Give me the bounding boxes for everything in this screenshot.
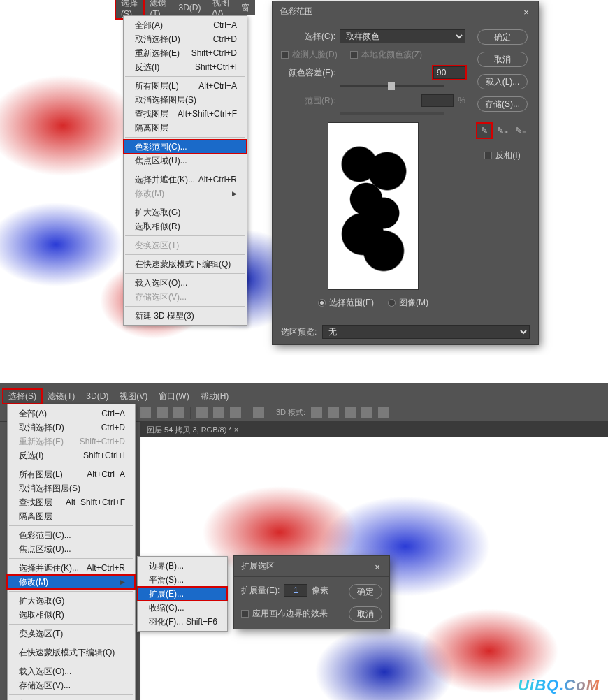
submenu-item-feather[interactable]: 羽化(F)...Shift+F6 — [138, 615, 227, 629]
menu-item-focus-area[interactable]: 焦点区域(U)... — [8, 542, 135, 556]
menu-item-focus-area[interactable]: 焦点区域(U)... — [124, 154, 247, 168]
menu-select[interactable]: 选择(S) — [3, 389, 42, 404]
document-tab[interactable]: 图层 54 拷贝 3, RGB/8) * × — [140, 422, 608, 437]
menu-separator — [9, 694, 133, 695]
menu-separator — [125, 203, 245, 203]
menu-item-isolate-layers[interactable]: 隔离图层 — [8, 509, 135, 523]
menu-item-find-layers[interactable]: 查找图层Alt+Shift+Ctrl+F — [8, 495, 135, 509]
preview-thumbnail[interactable] — [328, 122, 419, 290]
expand-amount-input[interactable] — [284, 584, 307, 597]
menu-separator — [9, 643, 133, 643]
menu-item-modify[interactable]: 修改(M) — [8, 575, 135, 589]
toolbar-icon[interactable] — [378, 407, 389, 418]
menu-separator — [125, 76, 245, 77]
menu-filter[interactable]: 滤镜(T) — [42, 389, 80, 404]
menu-item-all-layers[interactable]: 所有图层(L)Alt+Ctrl+A — [124, 79, 247, 93]
radio-image[interactable]: 图像(M) — [388, 297, 428, 309]
menu-item-similar[interactable]: 选取相似(R) — [124, 219, 247, 233]
submenu-item-border[interactable]: 边界(B)... — [138, 559, 227, 573]
dialog-titlebar[interactable]: 扩展选区 × — [234, 556, 389, 577]
menu-item-all[interactable]: 全部(A)Ctrl+A — [8, 407, 135, 421]
toolbar-icon[interactable] — [311, 407, 322, 418]
ok-button[interactable]: 确定 — [477, 29, 528, 45]
menu-item-select-mask[interactable]: 选择并遮住(K)...Alt+Ctrl+R — [124, 173, 247, 187]
eyedropper-subtract-icon[interactable]: ✎₋ — [513, 123, 528, 138]
menu-item-modify[interactable]: 修改(M) — [124, 187, 247, 200]
menu-item-deselect-layers[interactable]: 取消选择图层(S) — [124, 93, 247, 107]
menu-3d[interactable]: 3D(D) — [173, 3, 207, 13]
selection-preview-dropdown[interactable]: 无 — [322, 325, 530, 339]
ok-button[interactable]: 确定 — [349, 584, 382, 599]
expand-amount-label: 扩展量(E): — [241, 585, 280, 597]
menu-item-reselect[interactable]: 重新选择(E)Shift+Ctrl+D — [8, 435, 135, 449]
menu-item-transform-selection[interactable]: 变换选区(T) — [8, 627, 135, 641]
menu-item-new-3d[interactable]: 新建 3D 模型(3) — [8, 697, 135, 700]
close-icon[interactable]: × — [521, 7, 531, 17]
apply-canvas-checkbox[interactable]: 应用画布边界的效果 — [241, 608, 328, 620]
load-button[interactable]: 载入(L)... — [477, 74, 528, 89]
select-dropdown[interactable]: 取样颜色 — [340, 29, 465, 43]
toolbar-icon[interactable] — [253, 407, 264, 418]
menu-item-transform-selection[interactable]: 变换选区(T) — [124, 238, 247, 252]
fuzziness-slider[interactable] — [340, 85, 444, 87]
toolbar-icon[interactable] — [328, 407, 339, 418]
submenu-item-contract[interactable]: 收缩(C)... — [138, 601, 227, 615]
menu-item-all-layers[interactable]: 所有图层(L)Alt+Ctrl+A — [8, 467, 135, 481]
cancel-button[interactable]: 取消 — [477, 52, 528, 67]
menu-item-save-selection[interactable]: 存储选区(V)... — [124, 290, 247, 304]
menu-item-color-range[interactable]: 色彩范围(C)... — [8, 528, 135, 542]
screenshot-modify-expand: 选择(S) 滤镜(T) 3D(D) 视图(V) 窗口(W) 帮助(H) 3D 模… — [0, 383, 608, 700]
menu-item-deselect[interactable]: 取消选择(D)Ctrl+D — [8, 421, 135, 435]
menu-item-find-layers[interactable]: 查找图层Alt+Shift+Ctrl+F — [124, 107, 247, 121]
menu-item-grow[interactable]: 扩大选取(G) — [124, 205, 247, 219]
toolbar-icon[interactable] — [345, 407, 356, 418]
menu-item-save-selection[interactable]: 存储选区(V)... — [8, 678, 135, 692]
submenu-item-expand[interactable]: 扩展(E)... — [138, 587, 227, 601]
menu-item-all[interactable]: 全部(A)Ctrl+A — [124, 18, 247, 32]
toolbar-icon[interactable] — [157, 407, 168, 418]
toolbar-icon[interactable] — [213, 407, 224, 418]
menu-item-isolate-layers[interactable]: 隔离图层 — [124, 121, 247, 135]
dialog-titlebar[interactable]: 色彩范围 × — [273, 1, 538, 22]
toolbar-separator — [270, 407, 270, 419]
save-button[interactable]: 存储(S)... — [477, 96, 528, 112]
menu-item-similar[interactable]: 选取相似(R) — [8, 608, 135, 622]
detect-faces-checkbox: 检测人脸(D) — [281, 49, 338, 61]
menu-view[interactable]: 视图(V) — [114, 389, 153, 404]
menu-item-inverse[interactable]: 反选(I)Shift+Ctrl+I — [8, 449, 135, 462]
eyedropper-icon[interactable]: ✎ — [477, 123, 492, 138]
menu-item-quick-mask[interactable]: 在快速蒙版模式下编辑(Q) — [124, 257, 247, 271]
menu-item-deselect-layers[interactable]: 取消选择图层(S) — [8, 481, 135, 495]
radio-selection[interactable]: 选择范围(E) — [318, 297, 374, 309]
toolbar-icon[interactable] — [196, 407, 208, 418]
localized-checkbox[interactable]: 本地化颜色簇(Z) — [350, 49, 422, 61]
cancel-button[interactable]: 取消 — [349, 606, 382, 622]
toolbar-icon[interactable] — [230, 407, 241, 418]
menu-help[interactable]: 帮助(H) — [195, 389, 235, 404]
invert-checkbox[interactable]: 反相(I) — [484, 150, 520, 161]
dialog-title: 扩展选区 — [241, 560, 275, 572]
toolbar-separator — [190, 407, 191, 419]
menu-window[interactable]: 窗口(W) — [153, 389, 194, 404]
submenu-item-smooth[interactable]: 平滑(S)... — [138, 573, 227, 587]
menu-item-color-range[interactable]: 色彩范围(C)... — [124, 140, 247, 154]
menu-item-select-mask[interactable]: 选择并遮住(K)...Alt+Ctrl+R — [8, 561, 135, 575]
menu-item-reselect[interactable]: 重新选择(E)Shift+Ctrl+D — [124, 46, 247, 60]
toolbar-icon[interactable] — [140, 407, 151, 418]
toolbar-icon[interactable] — [173, 407, 184, 418]
menu-item-deselect[interactable]: 取消选择(D)Ctrl+D — [124, 32, 247, 46]
close-icon[interactable]: × — [372, 562, 382, 571]
app-menubar: 选择(S) 滤镜(T) 3D(D) 视图(V) 窗 — [115, 0, 255, 15]
menu-item-load-selection[interactable]: 载入选区(O)... — [8, 664, 135, 678]
menu-item-inverse[interactable]: 反选(I)Shift+Ctrl+I — [124, 60, 247, 74]
menu-3d[interactable]: 3D(D) — [80, 390, 114, 402]
menu-item-quick-mask[interactable]: 在快速蒙版模式下编辑(Q) — [8, 646, 135, 659]
fuzziness-input[interactable] — [433, 66, 465, 79]
toolbar-icon[interactable] — [361, 407, 372, 418]
fuzziness-label: 颜色容差(F): — [281, 67, 335, 79]
eyedropper-add-icon[interactable]: ✎₊ — [495, 123, 510, 138]
menu-item-new-3d[interactable]: 新建 3D 模型(3) — [124, 309, 247, 323]
menu-item-grow[interactable]: 扩大选取(G) — [8, 594, 135, 608]
menu-item-load-selection[interactable]: 载入选区(O)... — [124, 276, 247, 290]
menu-window[interactable]: 窗 — [236, 2, 255, 14]
